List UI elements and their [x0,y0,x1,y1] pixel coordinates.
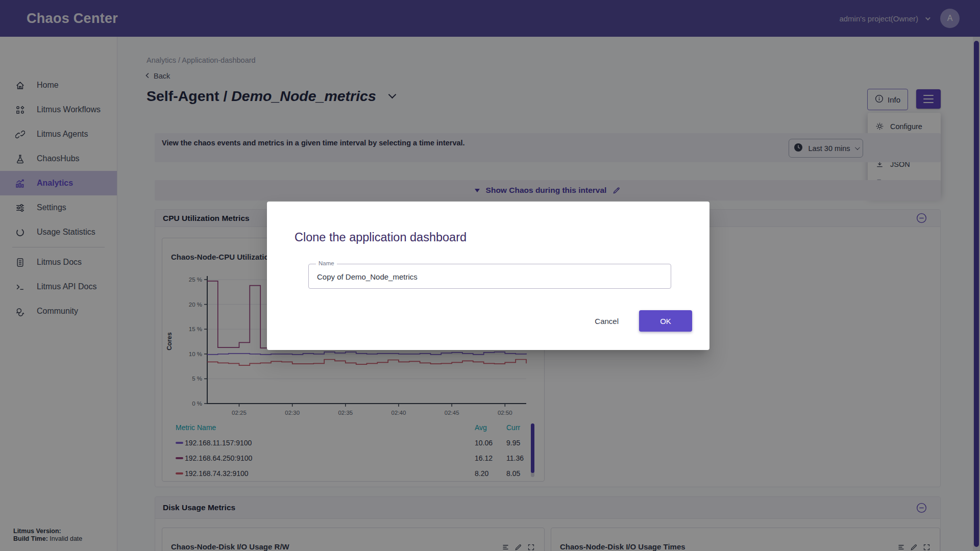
clone-dashboard-modal: Clone the application dashboard Name Cop… [267,202,709,350]
modal-title: Clone the application dashboard [295,231,467,244]
ok-button[interactable]: OK [639,310,692,332]
name-field[interactable]: Name Copy of Demo_Node_metrics [308,264,671,289]
chaos-center-app: Chaos Center admin's project(Owner) A Ho… [0,0,980,551]
name-field-value: Copy of Demo_Node_metrics [317,264,418,289]
cancel-button[interactable]: Cancel [592,316,622,326]
